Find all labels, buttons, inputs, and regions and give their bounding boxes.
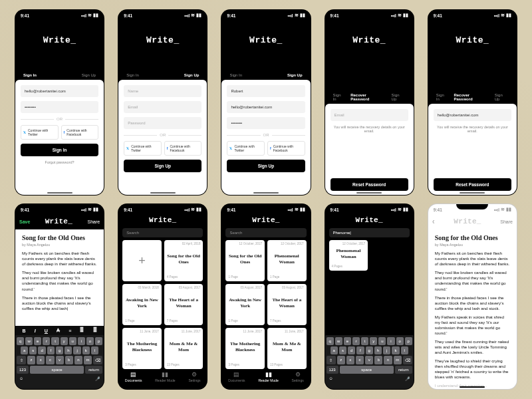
tab-signin[interactable]: Sign In bbox=[23, 73, 37, 77]
home-indicator-icon[interactable] bbox=[47, 192, 72, 194]
key[interactable]: y bbox=[370, 337, 377, 345]
reset-button[interactable]: Reset Password bbox=[331, 178, 408, 191]
home-indicator-icon[interactable] bbox=[460, 192, 485, 194]
reset-button[interactable]: Reset Password bbox=[434, 178, 511, 191]
key[interactable]: l bbox=[401, 346, 408, 354]
key[interactable]: r bbox=[43, 337, 50, 345]
doc-card[interactable]: 03 August, 2017Awaking in New York1 Page bbox=[225, 284, 265, 325]
home-indicator-icon[interactable] bbox=[150, 192, 176, 194]
tab-signup[interactable]: Sign Up bbox=[392, 93, 406, 101]
tab-reader[interactable]: ▮▮Reader Mode bbox=[155, 372, 175, 382]
search-input[interactable]: Search bbox=[225, 228, 306, 237]
tab-documents[interactable]: ▤Documents bbox=[228, 372, 245, 382]
tab-signup[interactable]: Sign Up bbox=[495, 93, 509, 101]
doc-card[interactable]: 12 October, 2017Song for the Old Ones1 P… bbox=[225, 240, 265, 281]
signup-button[interactable]: Sign Up bbox=[124, 160, 201, 172]
delete-key[interactable]: ⌫ bbox=[403, 356, 412, 364]
password-field[interactable]: •••••••• bbox=[21, 101, 98, 113]
doc-card[interactable]: 11 June, 2017The Mothering Blackness3 Pa… bbox=[225, 328, 265, 369]
home-indicator-icon[interactable] bbox=[253, 192, 279, 194]
numeric-key[interactable]: 123 bbox=[327, 366, 338, 374]
key[interactable]: z bbox=[27, 356, 35, 364]
key[interactable]: n bbox=[74, 356, 82, 364]
mic-key[interactable]: 🎤 bbox=[405, 376, 410, 381]
key[interactable]: c bbox=[356, 356, 364, 364]
forgot-link[interactable]: Forgot password? bbox=[21, 160, 98, 164]
key[interactable]: k bbox=[392, 346, 399, 354]
key[interactable]: h bbox=[374, 346, 382, 354]
key[interactable]: g bbox=[56, 346, 63, 354]
key[interactable]: a bbox=[331, 346, 338, 354]
key[interactable]: c bbox=[46, 356, 54, 364]
mic-key[interactable]: 🎤 bbox=[95, 376, 100, 381]
space-key[interactable]: space bbox=[30, 366, 84, 374]
space-key[interactable]: space bbox=[340, 366, 394, 374]
email-field[interactable]: hello@robertanitei.com bbox=[434, 109, 511, 121]
key[interactable]: w bbox=[25, 337, 33, 345]
facebook-button[interactable]: fContinue with Facebook bbox=[164, 141, 202, 156]
doc-card[interactable]: 03 August, 2017The Heart of a Woman7 Pag… bbox=[164, 284, 203, 325]
tab-documents[interactable]: ▤Documents bbox=[125, 372, 142, 382]
add-doc-button[interactable]: + bbox=[122, 240, 162, 281]
save-button[interactable]: Save bbox=[19, 219, 30, 224]
search-input[interactable]: Search bbox=[122, 228, 203, 237]
key[interactable]: g bbox=[366, 346, 373, 354]
key[interactable]: q bbox=[17, 337, 24, 345]
return-key[interactable]: return bbox=[395, 366, 412, 374]
key[interactable]: p bbox=[405, 337, 412, 345]
key[interactable]: m bbox=[84, 356, 92, 364]
signin-button[interactable]: Sign In bbox=[21, 144, 98, 156]
aligncenter-button[interactable]: ≣ bbox=[80, 328, 84, 333]
doc-card[interactable]: 11 June, 2017Mom & Me & Mom13 Pages bbox=[267, 328, 307, 369]
facebook-button[interactable]: fContinue with Facebook bbox=[61, 125, 99, 140]
strike-button[interactable]: A̶ bbox=[57, 328, 60, 333]
tab-recover[interactable]: Recover Password bbox=[454, 93, 489, 101]
key[interactable]: x bbox=[346, 356, 354, 364]
key[interactable]: m bbox=[394, 356, 402, 364]
email-field[interactable]: Email bbox=[124, 101, 201, 113]
password-field[interactable]: •••••••• bbox=[227, 117, 305, 129]
search-input[interactable]: Phenome| bbox=[329, 228, 410, 237]
key[interactable]: n bbox=[384, 356, 392, 364]
key[interactable]: o bbox=[396, 337, 404, 345]
tab-signup[interactable]: Sign Up bbox=[184, 73, 200, 77]
key[interactable]: z bbox=[337, 356, 345, 364]
key[interactable]: j bbox=[383, 346, 390, 354]
paragraph[interactable]: There in those pleated faces I see the a… bbox=[22, 295, 97, 311]
key[interactable]: e bbox=[344, 337, 351, 345]
key[interactable]: s bbox=[29, 346, 37, 354]
shift-key[interactable]: ⇧ bbox=[17, 356, 26, 364]
bold-button[interactable]: B bbox=[23, 329, 26, 333]
key[interactable]: y bbox=[61, 337, 68, 345]
key[interactable]: d bbox=[348, 346, 355, 354]
share-button[interactable]: Share bbox=[500, 219, 513, 224]
password-field[interactable]: Password bbox=[124, 117, 201, 129]
home-indicator-icon[interactable] bbox=[356, 192, 382, 194]
key[interactable]: p bbox=[95, 337, 102, 345]
email-field[interactable]: Email bbox=[331, 109, 408, 121]
back-button[interactable]: ‹ bbox=[432, 217, 435, 226]
email-field[interactable]: hello@robertanitei.com bbox=[21, 85, 98, 97]
underline-button[interactable]: U bbox=[45, 329, 48, 333]
emoji-key[interactable]: ☺ bbox=[329, 376, 333, 381]
numeric-key[interactable]: 123 bbox=[17, 366, 29, 374]
signup-button[interactable]: Sign Up bbox=[227, 160, 305, 172]
doc-card[interactable]: 11 June, 2017The Mothering Blackness3 Pa… bbox=[122, 328, 162, 369]
key[interactable]: a bbox=[21, 346, 28, 354]
twitter-button[interactable]: 𝕏Continue with Twitter bbox=[21, 125, 59, 140]
key[interactable]: k bbox=[82, 346, 90, 354]
italic-button[interactable]: I bbox=[35, 329, 36, 333]
tab-signin[interactable]: Sign In bbox=[436, 93, 449, 101]
key[interactable]: u bbox=[69, 337, 76, 345]
key[interactable]: q bbox=[327, 337, 334, 345]
key[interactable]: v bbox=[56, 356, 64, 364]
key[interactable]: b bbox=[65, 356, 73, 364]
alignright-button[interactable]: ≣ bbox=[93, 328, 97, 333]
key[interactable]: w bbox=[335, 337, 342, 345]
home-indicator-icon[interactable] bbox=[460, 386, 485, 388]
paragraph[interactable]: They nod like broken candles all waxed a… bbox=[22, 270, 97, 291]
facebook-button[interactable]: fContinue with Facebook bbox=[267, 141, 305, 156]
key[interactable]: i bbox=[387, 337, 394, 345]
key[interactable]: j bbox=[73, 346, 80, 354]
paragraph[interactable]: My Fathers sit on benches their flesh co… bbox=[22, 251, 97, 267]
